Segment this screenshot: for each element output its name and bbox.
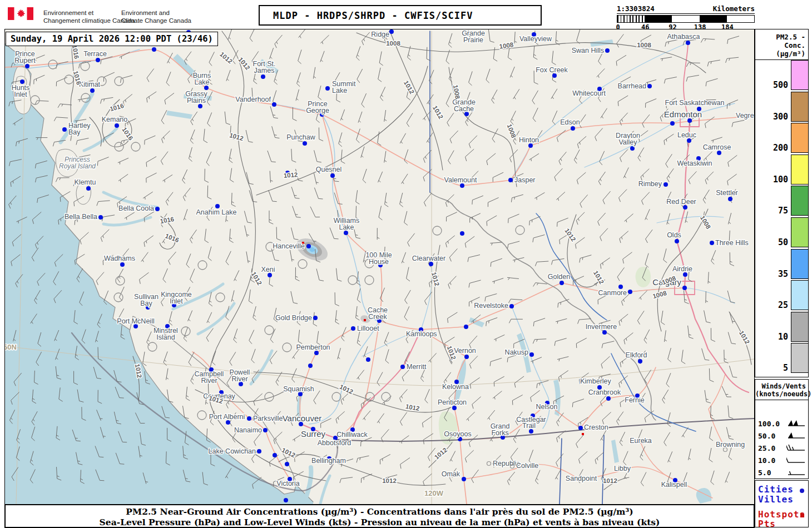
wind-barb: [123, 94, 132, 106]
wind-barb: [618, 96, 628, 106]
wind-barb: [552, 51, 556, 65]
wind-barb: [292, 368, 297, 382]
wind-barb: [276, 227, 281, 240]
wind-barb: [623, 252, 632, 263]
wind-barb: [320, 35, 329, 44]
wind-barb: [732, 120, 744, 127]
wind-barb: [118, 158, 128, 164]
pm25-level-swatch: [791, 312, 809, 342]
wind-barb: [469, 280, 481, 287]
wind-barb: [617, 412, 623, 425]
wind-barb: [554, 338, 567, 346]
city-dot: [647, 84, 652, 88]
city-dot: [560, 281, 564, 285]
city-label: Invermere: [586, 323, 617, 331]
isobar-label: 1008: [452, 84, 461, 100]
city-label: Creek: [368, 313, 387, 321]
wind-barb: [340, 109, 344, 121]
wind-barb: [405, 290, 411, 304]
wind-barb: [558, 299, 570, 307]
city-dot: [247, 416, 251, 421]
wind-barb: [244, 211, 251, 223]
wind-barb: [364, 346, 368, 357]
wind-barb: [189, 147, 192, 162]
wind-barb: [101, 230, 109, 242]
city-label: Xeni: [261, 266, 275, 273]
wind-barb: [577, 136, 586, 148]
wind-barb: [119, 287, 124, 301]
city-dot: [687, 138, 691, 143]
city-label: Surrey: [301, 429, 326, 439]
wind-barb: [637, 311, 644, 324]
city-dot: [284, 498, 288, 502]
wind-barb: [559, 371, 568, 382]
wind-barb: [385, 349, 389, 363]
wind-barb: [706, 78, 717, 86]
city-dot: [578, 426, 583, 430]
wind-barb: [336, 411, 345, 424]
settlement-circle: [131, 142, 140, 151]
city-dot: [605, 48, 610, 53]
wind-barb: [664, 432, 670, 446]
wind-barb: [422, 416, 432, 427]
settlement-circle: [181, 327, 190, 336]
wind-barb: [727, 100, 738, 109]
wind-barb: [535, 261, 548, 266]
wind-barb: [362, 93, 367, 107]
wind-barb: [56, 77, 67, 86]
wind-barb: [708, 272, 710, 283]
city-label: Bellingham: [311, 457, 346, 465]
city-label: Pemberton: [296, 343, 330, 351]
wind-barb: [145, 136, 156, 145]
settlement-circle: [65, 75, 73, 84]
wind-barb: [665, 40, 677, 47]
wind-barb: [644, 330, 650, 343]
city-label: Bay: [68, 128, 81, 136]
wind-speed-row: 25.0: [755, 443, 808, 454]
city-label: Hanceville: [273, 242, 305, 250]
wind-barb: [230, 168, 234, 182]
divider: [755, 400, 808, 400]
city-dot: [313, 316, 318, 320]
city-label: Vanderhoof: [235, 96, 271, 103]
city-dot: [308, 363, 313, 368]
wind-barb: [208, 247, 211, 261]
wind-barb: [485, 294, 497, 302]
map-canvas[interactable]: SmithersPrinceRupertTerraceKitimatHuntsI…: [4, 29, 755, 505]
city-label: Colville: [516, 462, 538, 470]
city-dot: [717, 151, 721, 155]
wind-barb: [705, 172, 714, 184]
pm25-level-swatch: [791, 343, 809, 373]
wind-barb: [58, 104, 72, 108]
wind-barb: [514, 32, 517, 43]
city-dot: [686, 41, 690, 45]
wind-barb: [472, 196, 483, 205]
map-shape: [511, 43, 688, 180]
wind-barb: [146, 157, 156, 167]
wind-barb: [682, 427, 689, 437]
city-label: Prairie: [463, 36, 483, 44]
wind-barb: [399, 436, 409, 444]
wind-barb: [493, 391, 502, 400]
wind-barb: [667, 412, 671, 427]
wind-barb: [146, 173, 157, 183]
city-label: Osoyoos: [444, 430, 471, 438]
wind-barb: [335, 310, 339, 324]
city-dot: [90, 88, 95, 93]
city-dot: [509, 304, 514, 308]
city-label: Camrose: [703, 143, 731, 151]
isobar-label: 1012: [433, 446, 448, 461]
wind-barb: [249, 330, 254, 344]
wind-barb: [54, 117, 68, 121]
city-label: Barrhead: [618, 82, 646, 90]
wind-barb: [230, 229, 234, 243]
wind-barb: [246, 172, 254, 185]
wind-barb: [579, 451, 588, 464]
wind-barb: [361, 437, 372, 446]
wind-barb: [429, 353, 437, 362]
wind-barb: [56, 178, 69, 182]
pm25-level-label: 100: [773, 175, 788, 185]
wind-barb: [270, 106, 278, 118]
city-label: Swan Hills: [572, 47, 604, 54]
city-label: Fernie: [625, 396, 644, 404]
